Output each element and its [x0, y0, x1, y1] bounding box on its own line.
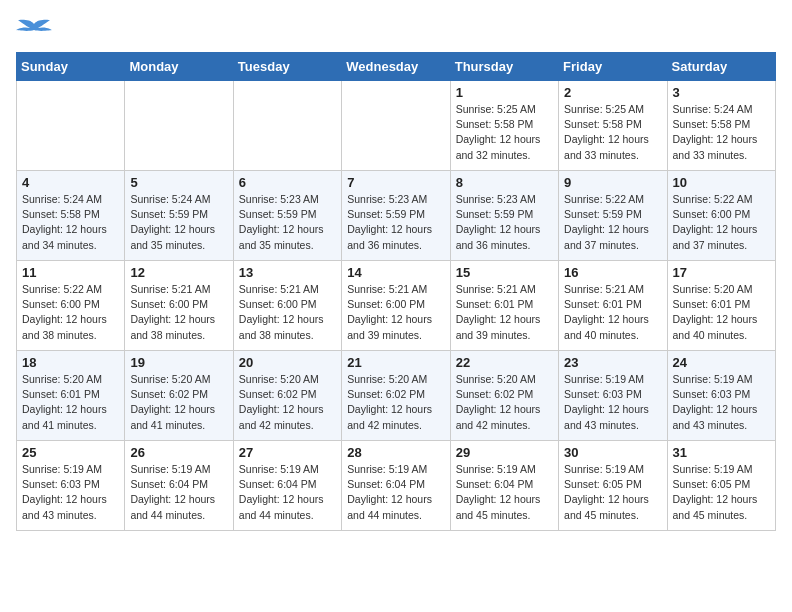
day-cell: 3Sunrise: 5:24 AM Sunset: 5:58 PM Daylig… — [667, 81, 775, 171]
day-cell: 6Sunrise: 5:23 AM Sunset: 5:59 PM Daylig… — [233, 171, 341, 261]
day-cell: 17Sunrise: 5:20 AM Sunset: 6:01 PM Dayli… — [667, 261, 775, 351]
day-info: Sunrise: 5:20 AM Sunset: 6:02 PM Dayligh… — [347, 372, 444, 433]
day-cell: 4Sunrise: 5:24 AM Sunset: 5:58 PM Daylig… — [17, 171, 125, 261]
day-number: 30 — [564, 445, 661, 460]
day-info: Sunrise: 5:23 AM Sunset: 5:59 PM Dayligh… — [239, 192, 336, 253]
header — [16, 16, 776, 46]
day-cell: 20Sunrise: 5:20 AM Sunset: 6:02 PM Dayli… — [233, 351, 341, 441]
header-row: SundayMondayTuesdayWednesdayThursdayFrid… — [17, 53, 776, 81]
day-cell: 21Sunrise: 5:20 AM Sunset: 6:02 PM Dayli… — [342, 351, 450, 441]
logo — [16, 16, 56, 46]
day-cell: 31Sunrise: 5:19 AM Sunset: 6:05 PM Dayli… — [667, 441, 775, 531]
day-number: 26 — [130, 445, 227, 460]
day-info: Sunrise: 5:19 AM Sunset: 6:04 PM Dayligh… — [130, 462, 227, 523]
day-info: Sunrise: 5:20 AM Sunset: 6:02 PM Dayligh… — [130, 372, 227, 433]
day-cell: 24Sunrise: 5:19 AM Sunset: 6:03 PM Dayli… — [667, 351, 775, 441]
day-info: Sunrise: 5:19 AM Sunset: 6:03 PM Dayligh… — [22, 462, 119, 523]
day-number: 6 — [239, 175, 336, 190]
day-cell: 25Sunrise: 5:19 AM Sunset: 6:03 PM Dayli… — [17, 441, 125, 531]
day-cell: 13Sunrise: 5:21 AM Sunset: 6:00 PM Dayli… — [233, 261, 341, 351]
day-cell: 23Sunrise: 5:19 AM Sunset: 6:03 PM Dayli… — [559, 351, 667, 441]
day-cell: 16Sunrise: 5:21 AM Sunset: 6:01 PM Dayli… — [559, 261, 667, 351]
day-number: 21 — [347, 355, 444, 370]
day-number: 15 — [456, 265, 553, 280]
day-info: Sunrise: 5:21 AM Sunset: 6:01 PM Dayligh… — [456, 282, 553, 343]
day-cell — [17, 81, 125, 171]
day-info: Sunrise: 5:20 AM Sunset: 6:02 PM Dayligh… — [456, 372, 553, 433]
day-number: 4 — [22, 175, 119, 190]
day-info: Sunrise: 5:21 AM Sunset: 6:00 PM Dayligh… — [347, 282, 444, 343]
day-cell: 27Sunrise: 5:19 AM Sunset: 6:04 PM Dayli… — [233, 441, 341, 531]
header-cell-friday: Friday — [559, 53, 667, 81]
day-number: 13 — [239, 265, 336, 280]
day-info: Sunrise: 5:19 AM Sunset: 6:04 PM Dayligh… — [456, 462, 553, 523]
day-info: Sunrise: 5:23 AM Sunset: 5:59 PM Dayligh… — [456, 192, 553, 253]
day-number: 1 — [456, 85, 553, 100]
header-cell-thursday: Thursday — [450, 53, 558, 81]
day-info: Sunrise: 5:20 AM Sunset: 6:01 PM Dayligh… — [22, 372, 119, 433]
day-info: Sunrise: 5:24 AM Sunset: 5:59 PM Dayligh… — [130, 192, 227, 253]
day-number: 22 — [456, 355, 553, 370]
day-number: 3 — [673, 85, 770, 100]
day-number: 28 — [347, 445, 444, 460]
day-cell: 5Sunrise: 5:24 AM Sunset: 5:59 PM Daylig… — [125, 171, 233, 261]
header-cell-saturday: Saturday — [667, 53, 775, 81]
day-cell: 9Sunrise: 5:22 AM Sunset: 5:59 PM Daylig… — [559, 171, 667, 261]
day-number: 31 — [673, 445, 770, 460]
logo-icon — [16, 16, 52, 46]
day-info: Sunrise: 5:25 AM Sunset: 5:58 PM Dayligh… — [564, 102, 661, 163]
week-row-2: 4Sunrise: 5:24 AM Sunset: 5:58 PM Daylig… — [17, 171, 776, 261]
day-info: Sunrise: 5:21 AM Sunset: 6:01 PM Dayligh… — [564, 282, 661, 343]
day-cell: 28Sunrise: 5:19 AM Sunset: 6:04 PM Dayli… — [342, 441, 450, 531]
day-info: Sunrise: 5:25 AM Sunset: 5:58 PM Dayligh… — [456, 102, 553, 163]
day-info: Sunrise: 5:23 AM Sunset: 5:59 PM Dayligh… — [347, 192, 444, 253]
calendar-table: SundayMondayTuesdayWednesdayThursdayFrid… — [16, 52, 776, 531]
week-row-1: 1Sunrise: 5:25 AM Sunset: 5:58 PM Daylig… — [17, 81, 776, 171]
day-cell: 10Sunrise: 5:22 AM Sunset: 6:00 PM Dayli… — [667, 171, 775, 261]
day-info: Sunrise: 5:20 AM Sunset: 6:02 PM Dayligh… — [239, 372, 336, 433]
day-number: 5 — [130, 175, 227, 190]
day-number: 24 — [673, 355, 770, 370]
day-cell: 8Sunrise: 5:23 AM Sunset: 5:59 PM Daylig… — [450, 171, 558, 261]
day-cell: 2Sunrise: 5:25 AM Sunset: 5:58 PM Daylig… — [559, 81, 667, 171]
day-info: Sunrise: 5:22 AM Sunset: 6:00 PM Dayligh… — [673, 192, 770, 253]
day-info: Sunrise: 5:21 AM Sunset: 6:00 PM Dayligh… — [130, 282, 227, 343]
day-cell — [233, 81, 341, 171]
week-row-4: 18Sunrise: 5:20 AM Sunset: 6:01 PM Dayli… — [17, 351, 776, 441]
day-info: Sunrise: 5:19 AM Sunset: 6:04 PM Dayligh… — [239, 462, 336, 523]
day-cell: 7Sunrise: 5:23 AM Sunset: 5:59 PM Daylig… — [342, 171, 450, 261]
day-info: Sunrise: 5:19 AM Sunset: 6:05 PM Dayligh… — [673, 462, 770, 523]
day-cell: 22Sunrise: 5:20 AM Sunset: 6:02 PM Dayli… — [450, 351, 558, 441]
day-number: 29 — [456, 445, 553, 460]
day-number: 12 — [130, 265, 227, 280]
day-cell — [125, 81, 233, 171]
day-number: 25 — [22, 445, 119, 460]
day-cell: 11Sunrise: 5:22 AM Sunset: 6:00 PM Dayli… — [17, 261, 125, 351]
day-info: Sunrise: 5:24 AM Sunset: 5:58 PM Dayligh… — [22, 192, 119, 253]
day-cell: 26Sunrise: 5:19 AM Sunset: 6:04 PM Dayli… — [125, 441, 233, 531]
day-number: 23 — [564, 355, 661, 370]
day-cell — [342, 81, 450, 171]
day-number: 20 — [239, 355, 336, 370]
day-cell: 19Sunrise: 5:20 AM Sunset: 6:02 PM Dayli… — [125, 351, 233, 441]
day-number: 10 — [673, 175, 770, 190]
header-cell-sunday: Sunday — [17, 53, 125, 81]
day-number: 2 — [564, 85, 661, 100]
header-cell-tuesday: Tuesday — [233, 53, 341, 81]
day-cell: 15Sunrise: 5:21 AM Sunset: 6:01 PM Dayli… — [450, 261, 558, 351]
day-cell: 1Sunrise: 5:25 AM Sunset: 5:58 PM Daylig… — [450, 81, 558, 171]
day-info: Sunrise: 5:19 AM Sunset: 6:03 PM Dayligh… — [673, 372, 770, 433]
header-cell-monday: Monday — [125, 53, 233, 81]
week-row-5: 25Sunrise: 5:19 AM Sunset: 6:03 PM Dayli… — [17, 441, 776, 531]
day-number: 18 — [22, 355, 119, 370]
day-cell: 29Sunrise: 5:19 AM Sunset: 6:04 PM Dayli… — [450, 441, 558, 531]
day-number: 17 — [673, 265, 770, 280]
day-number: 14 — [347, 265, 444, 280]
day-info: Sunrise: 5:19 AM Sunset: 6:03 PM Dayligh… — [564, 372, 661, 433]
day-number: 7 — [347, 175, 444, 190]
day-number: 16 — [564, 265, 661, 280]
header-cell-wednesday: Wednesday — [342, 53, 450, 81]
day-number: 11 — [22, 265, 119, 280]
week-row-3: 11Sunrise: 5:22 AM Sunset: 6:00 PM Dayli… — [17, 261, 776, 351]
day-cell: 12Sunrise: 5:21 AM Sunset: 6:00 PM Dayli… — [125, 261, 233, 351]
